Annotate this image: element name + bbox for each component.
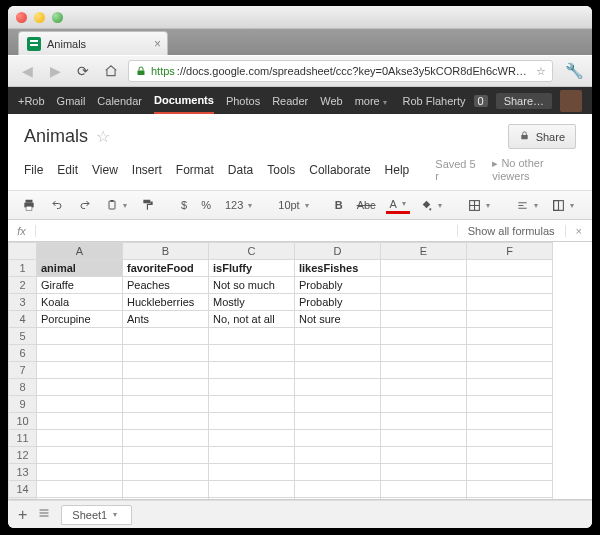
cell[interactable]: Koala bbox=[37, 294, 123, 311]
menu-help[interactable]: Help bbox=[385, 163, 410, 177]
cell[interactable] bbox=[467, 498, 553, 500]
reload-button[interactable]: ⟳ bbox=[72, 61, 94, 81]
cell[interactable] bbox=[123, 328, 209, 345]
cell[interactable] bbox=[381, 328, 467, 345]
cell[interactable] bbox=[123, 430, 209, 447]
formula-input[interactable] bbox=[36, 220, 457, 241]
cell[interactable] bbox=[381, 430, 467, 447]
close-tab-icon[interactable]: × bbox=[154, 37, 161, 51]
column-header[interactable]: B bbox=[123, 243, 209, 260]
cell[interactable] bbox=[209, 328, 295, 345]
cell[interactable] bbox=[295, 328, 381, 345]
cell[interactable]: favoriteFood bbox=[123, 260, 209, 277]
column-header[interactable]: D bbox=[295, 243, 381, 260]
row-header[interactable]: 3 bbox=[9, 294, 37, 311]
paint-format-icon[interactable] bbox=[137, 196, 159, 214]
cell[interactable] bbox=[295, 447, 381, 464]
cell[interactable] bbox=[381, 481, 467, 498]
cell[interactable] bbox=[295, 464, 381, 481]
cell[interactable]: likesFishes bbox=[295, 260, 381, 277]
column-header[interactable]: E bbox=[381, 243, 467, 260]
cell[interactable] bbox=[37, 396, 123, 413]
cell[interactable] bbox=[467, 481, 553, 498]
cell[interactable] bbox=[381, 396, 467, 413]
cell[interactable] bbox=[37, 464, 123, 481]
cell[interactable] bbox=[37, 328, 123, 345]
cell[interactable] bbox=[381, 260, 467, 277]
cell[interactable] bbox=[37, 413, 123, 430]
cell[interactable] bbox=[209, 447, 295, 464]
strike-button[interactable]: Abc bbox=[353, 197, 380, 213]
cell[interactable] bbox=[467, 447, 553, 464]
format-percent-button[interactable]: % bbox=[197, 197, 215, 213]
cell[interactable] bbox=[37, 447, 123, 464]
undo-icon[interactable] bbox=[46, 197, 68, 213]
star-icon[interactable]: ☆ bbox=[96, 127, 110, 146]
cell[interactable] bbox=[295, 430, 381, 447]
cell[interactable] bbox=[123, 464, 209, 481]
cell[interactable] bbox=[381, 362, 467, 379]
gbar-notif-count[interactable]: 0 bbox=[474, 95, 488, 107]
text-color-button[interactable]: A bbox=[386, 197, 410, 214]
wrench-menu-icon[interactable]: 🔧 bbox=[565, 62, 584, 80]
select-all-cell[interactable] bbox=[9, 243, 37, 260]
row-header[interactable]: 14 bbox=[9, 481, 37, 498]
font-size-select[interactable]: 10pt bbox=[274, 197, 312, 213]
zoom-window-button[interactable] bbox=[52, 12, 63, 23]
cell[interactable] bbox=[381, 464, 467, 481]
align-icon[interactable] bbox=[512, 198, 542, 213]
cell[interactable] bbox=[381, 379, 467, 396]
cell[interactable] bbox=[37, 362, 123, 379]
cell[interactable] bbox=[209, 396, 295, 413]
cell[interactable] bbox=[123, 396, 209, 413]
cell[interactable]: No, not at all bbox=[209, 311, 295, 328]
back-button[interactable]: ◀ bbox=[16, 61, 38, 81]
fill-color-icon[interactable] bbox=[416, 197, 446, 214]
cell[interactable] bbox=[381, 294, 467, 311]
cell[interactable]: Not sure bbox=[295, 311, 381, 328]
gbar-item-plus[interactable]: +Rob bbox=[18, 95, 45, 107]
cell[interactable]: Peaches bbox=[123, 277, 209, 294]
cell[interactable] bbox=[209, 481, 295, 498]
row-header[interactable]: 13 bbox=[9, 464, 37, 481]
row-header[interactable]: 8 bbox=[9, 379, 37, 396]
cell[interactable] bbox=[381, 311, 467, 328]
gbar-item-reader[interactable]: Reader bbox=[272, 95, 308, 107]
avatar[interactable] bbox=[560, 90, 582, 112]
cell[interactable] bbox=[381, 447, 467, 464]
cell[interactable] bbox=[295, 396, 381, 413]
cell[interactable] bbox=[467, 328, 553, 345]
cell[interactable]: Probably bbox=[295, 277, 381, 294]
cell[interactable]: animal bbox=[37, 260, 123, 277]
cell[interactable] bbox=[123, 413, 209, 430]
gbar-username[interactable]: Rob Flaherty bbox=[403, 95, 466, 107]
cell[interactable] bbox=[123, 379, 209, 396]
gbar-share-button[interactable]: Share… bbox=[496, 93, 552, 109]
cell[interactable] bbox=[37, 481, 123, 498]
cell[interactable] bbox=[467, 464, 553, 481]
menu-file[interactable]: File bbox=[24, 163, 43, 177]
format-number-button[interactable]: 123 bbox=[221, 197, 256, 213]
cell[interactable]: Ants bbox=[123, 311, 209, 328]
cell[interactable] bbox=[295, 379, 381, 396]
bold-button[interactable]: B bbox=[331, 197, 347, 213]
minimize-window-button[interactable] bbox=[34, 12, 45, 23]
row-header[interactable]: 4 bbox=[9, 311, 37, 328]
cell[interactable] bbox=[209, 498, 295, 500]
share-button[interactable]: Share bbox=[508, 124, 576, 149]
column-header[interactable]: A bbox=[37, 243, 123, 260]
cell[interactable] bbox=[295, 481, 381, 498]
menu-data[interactable]: Data bbox=[228, 163, 253, 177]
close-formulas-icon[interactable]: × bbox=[565, 225, 592, 237]
row-header[interactable]: 15 bbox=[9, 498, 37, 500]
cell[interactable] bbox=[295, 362, 381, 379]
gbar-item-photos[interactable]: Photos bbox=[226, 95, 260, 107]
gbar-item-more[interactable]: more bbox=[355, 95, 387, 107]
print-icon[interactable] bbox=[18, 196, 40, 214]
sheet-tab[interactable]: Sheet1 ▾ bbox=[61, 505, 132, 525]
cell[interactable] bbox=[295, 345, 381, 362]
gbar-item-web[interactable]: Web bbox=[320, 95, 342, 107]
cell[interactable] bbox=[467, 413, 553, 430]
cell[interactable] bbox=[209, 379, 295, 396]
cell[interactable] bbox=[381, 498, 467, 500]
